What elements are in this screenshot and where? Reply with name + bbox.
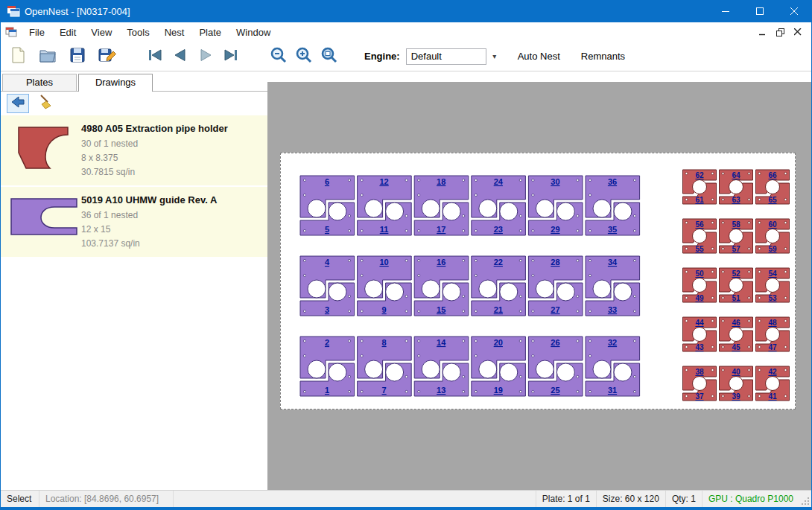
open-folder-icon	[38, 45, 57, 67]
engine-select[interactable]: Default	[406, 48, 486, 65]
nest-cell-red[interactable]: 6463	[720, 170, 753, 204]
list-item-drawing-2[interactable]: 5019 A10 UHMW guide Rev. A 36 of 1 neste…	[1, 187, 267, 257]
svg-text:58: 58	[732, 220, 740, 229]
nest-cell-purple[interactable]: 2221	[472, 256, 526, 316]
list-item-drawing-1[interactable]: 4980 A05 Extraction pipe holder 30 of 1 …	[1, 115, 267, 185]
drawing-name: 4980 A05 Extraction pipe holder	[81, 123, 261, 134]
nest-cell-purple[interactable]: 1211	[358, 176, 412, 235]
svg-text:29: 29	[551, 225, 559, 234]
nest-cell-red[interactable]: 4443	[683, 317, 717, 351]
window-controls	[708, 0, 811, 22]
drawing-size: 8 x 8.375	[81, 151, 261, 165]
nest-cell-red[interactable]: 4645	[720, 317, 753, 351]
open-button[interactable]	[35, 44, 60, 69]
nest-cell-purple[interactable]: 1817	[414, 176, 469, 235]
window-title: OpenNest - [N0317-004]	[25, 6, 130, 17]
svg-text:48: 48	[768, 319, 777, 327]
zoom-in-button[interactable]	[291, 44, 317, 69]
next-plate-button[interactable]	[193, 44, 218, 69]
menu-tools[interactable]: Tools	[119, 24, 156, 41]
svg-text:13: 13	[437, 386, 445, 395]
return-part-button[interactable]	[7, 94, 29, 113]
nest-cell-red[interactable]: 3837	[683, 366, 717, 401]
nest-canvas[interactable]: 6512111817242330293635431091615222128273…	[267, 71, 811, 490]
status-size-label: Size: 60 x 120	[603, 494, 659, 504]
nest-cell-red[interactable]: 4039	[720, 366, 753, 401]
svg-text:24: 24	[494, 177, 504, 186]
nest-cell-red[interactable]: 6665	[756, 170, 790, 204]
zoom-fit-button[interactable]	[317, 44, 342, 69]
new-button[interactable]	[5, 44, 31, 69]
mdi-restore-button[interactable]	[771, 25, 789, 39]
menu-window[interactable]: Window	[229, 24, 278, 41]
menu-file[interactable]: File	[22, 24, 52, 41]
minimize-button[interactable]	[708, 0, 743, 22]
first-plate-button[interactable]	[142, 44, 168, 69]
nest-cell-red[interactable]: 6261	[683, 170, 717, 204]
nest-cell-red[interactable]: 6059	[756, 219, 790, 253]
nest-cell-red[interactable]: 4847	[756, 317, 790, 351]
nest-cell-purple[interactable]: 65	[300, 176, 355, 235]
clear-button[interactable]	[35, 94, 57, 113]
menu-nest[interactable]: Nest	[157, 24, 192, 41]
auto-nest-button[interactable]: Auto Nest	[515, 48, 563, 65]
save-as-button[interactable]	[95, 44, 120, 69]
mdi-child-icon[interactable]	[5, 27, 17, 37]
status-qty: Qty: 1	[665, 491, 702, 507]
zoom-out-button[interactable]	[266, 44, 291, 69]
svg-text:19: 19	[494, 386, 503, 395]
engine-dropdown-arrow-icon[interactable]: ▾	[489, 52, 500, 60]
plate-svg: 6512111817242330293635431091615222128273…	[281, 153, 795, 409]
svg-text:4: 4	[325, 258, 330, 267]
nest-cell-purple[interactable]: 1615	[414, 256, 469, 316]
nest-cell-purple[interactable]: 109	[358, 256, 412, 316]
close-button[interactable]	[777, 0, 811, 22]
nest-cell-purple[interactable]: 43	[300, 256, 355, 316]
engine-label: Engine:	[364, 51, 400, 62]
save-button[interactable]	[65, 44, 90, 69]
drawing-nested: 30 of 1 nested	[81, 137, 261, 151]
part-thumbnail-purple	[7, 194, 81, 251]
maximize-button[interactable]	[743, 0, 777, 22]
svg-text:8: 8	[382, 338, 387, 347]
nest-cell-purple[interactable]: 2625	[528, 337, 583, 396]
nest-cell-purple[interactable]: 87	[358, 337, 412, 396]
last-plate-button[interactable]	[218, 44, 244, 69]
blue-arrow-left-icon	[10, 95, 26, 112]
nest-cell-purple[interactable]: 21	[300, 337, 355, 396]
nest-cell-red[interactable]: 5251	[720, 268, 753, 302]
status-size: Size: 60 x 120	[596, 491, 665, 507]
nest-cell-purple[interactable]: 1413	[414, 337, 469, 396]
drawing-area: 103.7137 sq/in	[81, 237, 261, 251]
nest-cell-purple[interactable]: 2423	[472, 176, 526, 235]
nest-cell-purple[interactable]: 3433	[586, 256, 640, 316]
nest-cell-purple[interactable]: 3231	[586, 337, 640, 396]
nest-cell-purple[interactable]: 3635	[586, 176, 640, 235]
nest-cell-red[interactable]: 5857	[720, 219, 753, 253]
tab-drawings[interactable]: Drawings	[78, 74, 153, 92]
remnants-button[interactable]: Remnants	[578, 48, 628, 65]
zoom-out-icon	[269, 45, 288, 67]
menu-view[interactable]: View	[83, 24, 119, 41]
tab-plates-label: Plates	[26, 77, 53, 88]
nest-cell-purple[interactable]: 2827	[528, 256, 583, 316]
content-area: Plates Drawings	[1, 71, 811, 490]
nest-cell-red[interactable]: 5453	[756, 268, 790, 302]
menu-edit[interactable]: Edit	[52, 24, 83, 41]
svg-text:16: 16	[437, 258, 445, 267]
tab-plates[interactable]: Plates	[2, 74, 77, 91]
nest-cell-purple[interactable]: 2019	[472, 337, 526, 396]
svg-text:54: 54	[768, 270, 777, 278]
nest-cell-purple[interactable]: 3029	[528, 176, 583, 235]
mdi-close-button[interactable]	[789, 25, 807, 39]
nest-cell-red[interactable]: 5049	[683, 268, 717, 302]
nest-cell-red[interactable]: 5655	[683, 219, 717, 253]
menu-plate[interactable]: Plate	[191, 24, 229, 41]
nest-cell-red[interactable]: 4241	[756, 366, 790, 401]
resize-grip[interactable]	[799, 491, 811, 507]
plate[interactable]: 6512111817242330293635431091615222128273…	[280, 153, 796, 409]
tab-row: Plates Drawings	[1, 71, 267, 92]
svg-text:3: 3	[325, 305, 329, 314]
previous-plate-button[interactable]	[168, 44, 193, 69]
mdi-minimize-button[interactable]	[753, 25, 771, 39]
